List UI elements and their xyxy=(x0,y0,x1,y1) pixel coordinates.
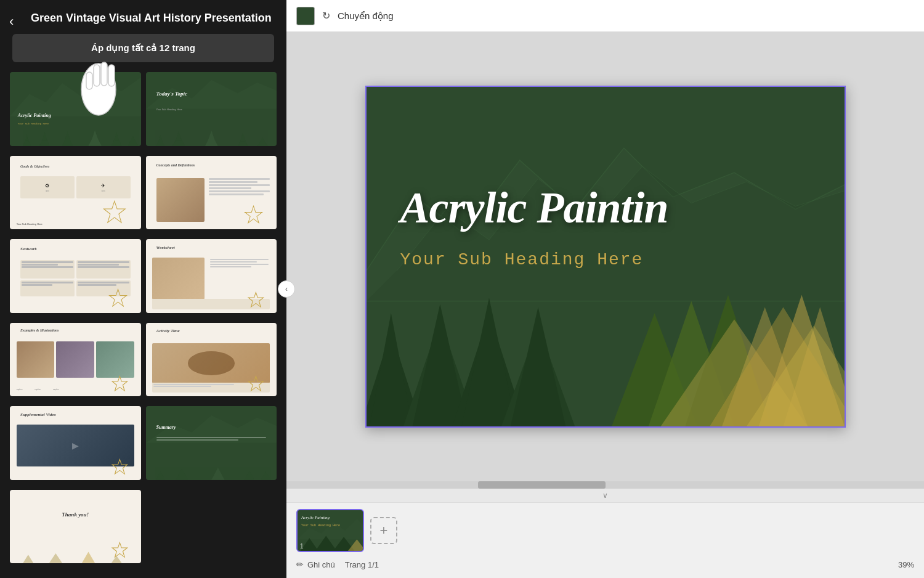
svg-marker-40 xyxy=(82,552,95,563)
slide-thumb-7[interactable]: Examples & Illustrations caption caption… xyxy=(10,323,141,397)
slide-thumb-2[interactable]: Today's Topic Your Sub Heading Here xyxy=(146,72,277,146)
slide-thumb-6[interactable]: Worksheet xyxy=(146,239,277,313)
svg-marker-21 xyxy=(208,130,214,140)
main-content: ↻ Chuyển động xyxy=(286,0,924,578)
svg-marker-32 xyxy=(155,471,164,479)
slide-thumb-8[interactable]: Activity Time xyxy=(146,323,277,397)
svg-marker-26 xyxy=(245,206,262,222)
status-bar: ✏ Ghi chú Trang 1/1 39% xyxy=(296,557,914,572)
slide-thumb-3[interactable]: Goals & Objectives ⚙ item ✈ item xyxy=(10,156,141,230)
svg-marker-36 xyxy=(260,471,270,479)
filmstrip-slide-title: Acrylic Painting xyxy=(301,515,330,520)
filmstrip-row: Acrylic Painting Your Sub Heading Here 1… xyxy=(296,509,914,552)
svg-marker-15 xyxy=(128,136,138,146)
notes-icon: ✏ xyxy=(296,560,304,569)
slide-thumb-1[interactable]: Acrylic Painting Your Sub Heading Here xyxy=(10,72,141,146)
horizontal-scrollbar[interactable] xyxy=(286,481,924,489)
svg-marker-17 xyxy=(158,135,162,142)
svg-marker-24 xyxy=(257,137,267,146)
svg-marker-34 xyxy=(211,468,224,480)
svg-marker-25 xyxy=(104,201,126,222)
canvas-area: Acrylic Paintin Your Sub Heading Here xyxy=(286,32,924,481)
svg-marker-28 xyxy=(248,293,263,307)
slide-grid: Acrylic Painting Your Sub Heading Here xyxy=(0,72,286,578)
notes-label: Ghi chú xyxy=(307,560,335,569)
collapse-sidebar-button[interactable]: ‹ xyxy=(278,280,295,298)
scroll-thumb xyxy=(478,481,606,489)
svg-marker-8 xyxy=(42,132,47,141)
slide-thumb-4[interactable]: Concepts and Definitions xyxy=(146,156,277,230)
add-slide-button[interactable]: + xyxy=(370,517,397,544)
svg-marker-38 xyxy=(23,555,33,564)
slide-thumb-11[interactable]: Thank you! xyxy=(10,490,141,564)
svg-marker-31 xyxy=(112,459,127,474)
filmstrip-thumb-1[interactable]: Acrylic Painting Your Sub Heading Here 1 xyxy=(296,509,364,552)
slide-thumb-9[interactable]: Supplemental Video ▶ xyxy=(10,406,141,480)
svg-marker-41 xyxy=(111,556,122,563)
svg-marker-14 xyxy=(114,132,120,141)
svg-marker-19 xyxy=(175,131,182,140)
svg-marker-29 xyxy=(112,376,127,391)
color-swatch[interactable] xyxy=(296,7,315,25)
app-container: ‹ Green Vintage Visual Art History Prese… xyxy=(0,0,924,578)
notes-button[interactable]: ✏ Ghi chú xyxy=(296,560,335,569)
bottom-panel: Acrylic Painting Your Sub Heading Here 1… xyxy=(286,502,924,578)
filmstrip-slide-number: 1 xyxy=(300,543,304,550)
filmstrip-slide-subtitle: Your Sub Heading Here xyxy=(301,524,340,527)
slide-thumb-10[interactable]: Summary xyxy=(146,406,277,480)
svg-marker-12 xyxy=(92,130,99,140)
slide-thumb-5[interactable]: Seatwork xyxy=(10,239,141,313)
sidebar-title: Green Vintage Visual Art History Present… xyxy=(31,11,274,25)
zoom-level: 39% xyxy=(898,560,914,569)
toolbar: ↻ Chuyển động xyxy=(286,0,924,32)
canvas-sub-title: Your Sub Heading Here xyxy=(400,250,644,269)
svg-marker-10 xyxy=(65,131,70,140)
rotation-icon: ↻ xyxy=(322,10,330,22)
motion-label: Chuyển động xyxy=(338,10,394,22)
motion-icon: ↻ xyxy=(322,10,330,22)
sidebar: ‹ Green Vintage Visual Art History Prese… xyxy=(0,0,286,578)
scroll-down-indicator[interactable]: ∨ xyxy=(286,489,924,502)
svg-marker-39 xyxy=(49,553,62,563)
page-indicator: Trang 1/1 xyxy=(345,560,379,569)
back-button[interactable]: ‹ xyxy=(9,14,14,30)
svg-marker-23 xyxy=(240,132,246,140)
sidebar-header: ‹ Green Vintage Visual Art History Prese… xyxy=(0,0,286,34)
svg-marker-30 xyxy=(248,376,263,391)
status-left: ✏ Ghi chú Trang 1/1 xyxy=(296,560,379,569)
svg-marker-35 xyxy=(244,471,254,480)
apply-all-button[interactable]: Áp dụng tất cả 12 trang xyxy=(12,34,274,62)
svg-marker-27 xyxy=(109,290,126,306)
chevron-down-icon: ∨ xyxy=(602,491,608,500)
svg-marker-33 xyxy=(175,468,188,479)
slide-canvas[interactable]: Acrylic Paintin Your Sub Heading Here xyxy=(365,86,846,428)
svg-marker-6 xyxy=(26,134,28,141)
canvas-main-title: Acrylic Paintin xyxy=(400,182,668,234)
